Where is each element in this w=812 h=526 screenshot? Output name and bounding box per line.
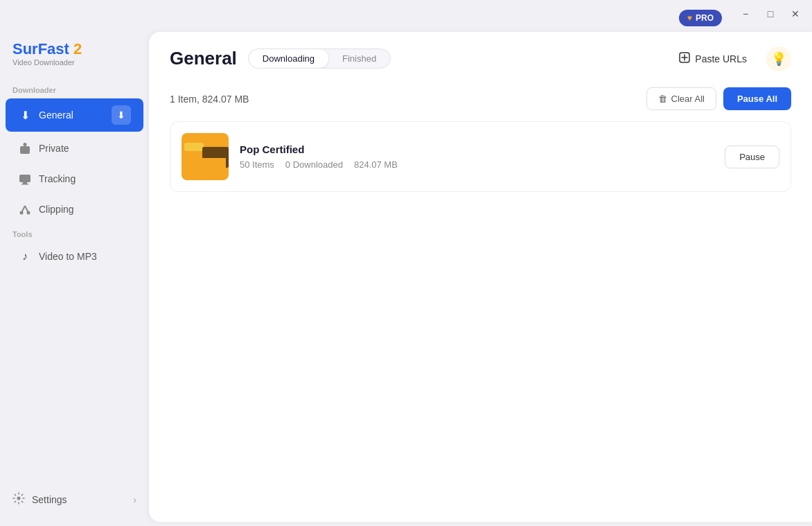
lightbulb-icon: 💡 bbox=[771, 51, 786, 67]
svg-rect-4 bbox=[21, 184, 28, 185]
list-header: 1 Item, 824.07 MB 🗑 Clear All Pause All bbox=[170, 82, 791, 121]
download-item: Pop Certified 50 Items 0 Downloaded 824.… bbox=[170, 121, 791, 192]
trash-icon: 🗑 bbox=[658, 94, 667, 104]
item-downloaded: 0 Downloaded bbox=[285, 159, 343, 170]
tab-finished[interactable]: Finished bbox=[328, 49, 390, 68]
item-pause-button[interactable]: Pause bbox=[725, 146, 779, 168]
settings-icon bbox=[12, 492, 25, 507]
paste-urls-button[interactable]: Paste URLs bbox=[667, 46, 758, 71]
page-title: General bbox=[170, 48, 237, 69]
svg-point-9 bbox=[17, 497, 21, 500]
sidebar: SurFast 2 Video Downloader Downloader ⬇ … bbox=[0, 28, 149, 526]
sidebar-logo: SurFast 2 Video Downloader bbox=[0, 35, 149, 80]
minimize-button[interactable]: − bbox=[736, 4, 755, 24]
sidebar-label-general: General bbox=[39, 109, 73, 121]
downloader-section-label: Downloader bbox=[0, 80, 149, 97]
item-name: Pop Certified bbox=[240, 143, 714, 155]
sidebar-item-tracking[interactable]: Tracking bbox=[6, 165, 143, 193]
settings-label: Settings bbox=[32, 494, 67, 505]
paste-urls-label: Paste URLs bbox=[695, 53, 747, 64]
clear-all-label: Clear All bbox=[671, 94, 705, 104]
maximize-button[interactable]: □ bbox=[761, 4, 780, 24]
sidebar-label-tracking: Tracking bbox=[39, 173, 76, 184]
pause-all-button[interactable]: Pause All bbox=[723, 87, 791, 110]
svg-rect-2 bbox=[19, 175, 30, 182]
sidebar-label-clipping: Clipping bbox=[39, 204, 74, 215]
private-icon bbox=[18, 141, 32, 155]
sidebar-label-private: Private bbox=[39, 143, 69, 154]
logo-number: 2 bbox=[73, 40, 82, 58]
svg-line-8 bbox=[25, 206, 28, 213]
close-button[interactable]: ✕ bbox=[786, 4, 805, 24]
window-controls: − □ ✕ bbox=[736, 4, 805, 24]
item-count: 50 Items bbox=[240, 159, 274, 170]
download-item-info: Pop Certified 50 Items 0 Downloaded 824.… bbox=[240, 143, 714, 170]
clear-all-button[interactable]: 🗑 Clear All bbox=[646, 87, 716, 110]
sidebar-item-clipping[interactable]: Clipping bbox=[6, 195, 143, 223]
tab-group: Downloading Finished bbox=[248, 49, 391, 69]
pro-label: PRO bbox=[696, 13, 714, 23]
pro-heart-icon: ♥ bbox=[687, 13, 692, 23]
pro-badge[interactable]: ♥ PRO bbox=[679, 10, 722, 26]
svg-point-1 bbox=[24, 143, 27, 146]
svg-rect-0 bbox=[20, 146, 30, 154]
svg-line-7 bbox=[21, 206, 25, 213]
clipping-icon bbox=[18, 202, 32, 216]
logo-subtitle: Video Downloader bbox=[12, 58, 136, 67]
list-actions: 🗑 Clear All Pause All bbox=[646, 87, 791, 110]
item-size: 824.07 MB bbox=[354, 159, 398, 170]
settings-chevron-icon: › bbox=[133, 494, 136, 505]
theme-toggle-button[interactable]: 💡 bbox=[766, 46, 791, 71]
svg-rect-14 bbox=[184, 143, 204, 151]
paste-urls-icon bbox=[678, 51, 691, 66]
music-icon: ♪ bbox=[18, 249, 32, 263]
main-header: General Downloading Finished Paste URLs bbox=[149, 32, 812, 82]
sidebar-item-general[interactable]: ⬇ General ⬇ bbox=[6, 98, 143, 132]
sidebar-item-settings[interactable]: Settings › bbox=[6, 485, 143, 514]
tracking-icon bbox=[18, 172, 32, 186]
svg-rect-3 bbox=[23, 182, 27, 184]
sidebar-bottom: Settings › bbox=[0, 480, 149, 519]
item-meta: 50 Items 0 Downloaded 824.07 MB bbox=[240, 159, 714, 170]
app-container: SurFast 2 Video Downloader Downloader ⬇ … bbox=[0, 28, 812, 526]
sidebar-item-video-to-mp3[interactable]: ♪ Video to MP3 bbox=[6, 243, 143, 270]
logo-text: SurFast 2 bbox=[12, 42, 136, 57]
tab-downloading[interactable]: Downloading bbox=[249, 49, 328, 68]
titlebar: ♥ PRO − □ ✕ bbox=[0, 0, 812, 28]
svg-rect-16 bbox=[184, 158, 226, 176]
header-actions: Paste URLs 💡 bbox=[667, 46, 791, 71]
main-content: General Downloading Finished Paste URLs bbox=[149, 32, 812, 522]
tools-section-label: Tools bbox=[0, 225, 149, 241]
general-download-icon: ⬇ bbox=[112, 105, 131, 125]
sidebar-label-video-to-mp3: Video to MP3 bbox=[39, 251, 97, 262]
list-count: 1 Item, 824.07 MB bbox=[170, 94, 249, 105]
content-area: 1 Item, 824.07 MB 🗑 Clear All Pause All bbox=[149, 82, 812, 522]
folder-thumbnail bbox=[182, 133, 229, 180]
general-icon: ⬇ bbox=[18, 108, 32, 122]
sidebar-item-private[interactable]: Private bbox=[6, 134, 143, 162]
